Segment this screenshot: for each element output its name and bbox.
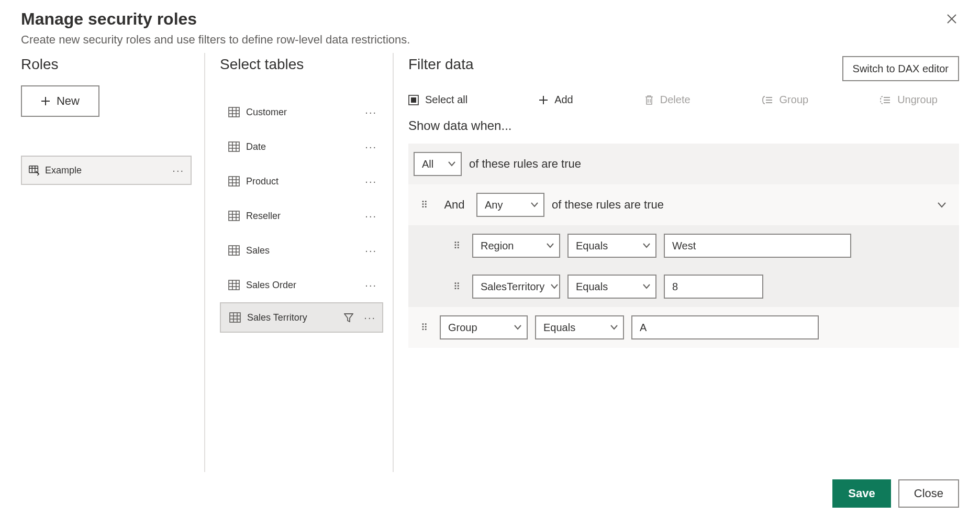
plus-icon	[539, 95, 548, 105]
more-icon[interactable]: ···	[364, 312, 376, 324]
chevron-down-icon	[643, 284, 650, 289]
select-all-button[interactable]: Select all	[408, 94, 467, 106]
table-item[interactable]: Sales Territory···	[220, 302, 383, 333]
table-item[interactable]: Reseller···	[220, 199, 383, 233]
role-icon	[28, 165, 40, 176]
group-icon	[762, 95, 773, 105]
column-select[interactable]: Group	[440, 315, 528, 339]
table-icon	[228, 107, 240, 117]
table-item-label: Customer	[246, 107, 287, 118]
svg-rect-3	[229, 177, 239, 186]
chevron-down-icon	[551, 284, 558, 289]
table-item[interactable]: Product···	[220, 164, 383, 199]
ungroup-icon	[879, 95, 891, 105]
table-icon	[228, 280, 240, 290]
and-label: And	[440, 198, 469, 212]
table-icon	[228, 245, 240, 256]
more-icon[interactable]: ···	[365, 210, 377, 222]
condition-row: ⠿SalesTerritoryEquals8	[408, 266, 959, 307]
role-item[interactable]: Example ···	[21, 156, 192, 185]
more-icon[interactable]: ···	[365, 176, 377, 188]
chevron-down-icon	[531, 202, 538, 207]
rules-true-text: of these rules are true	[469, 157, 581, 171]
svg-rect-6	[229, 280, 239, 290]
roles-heading: Roles	[21, 56, 192, 73]
role-item-label: Example	[45, 165, 82, 176]
table-icon	[228, 176, 240, 187]
close-icon[interactable]	[943, 10, 960, 27]
svg-rect-2	[229, 142, 239, 151]
close-button[interactable]: Close	[898, 479, 959, 508]
value-input[interactable]: A	[631, 315, 819, 339]
table-item-label: Reseller	[246, 211, 281, 222]
trash-icon	[644, 95, 654, 105]
table-item-label: Sales	[246, 245, 270, 256]
table-item-label: Sales Territory	[247, 312, 307, 323]
nested-group-row: ⠿ And Any of these rules are true	[408, 184, 959, 225]
more-icon[interactable]: ···	[365, 245, 377, 257]
table-item[interactable]: Customer···	[220, 95, 383, 129]
svg-rect-7	[230, 313, 240, 322]
root-rule-row: All of these rules are true	[408, 144, 959, 184]
table-item-label: Sales Order	[246, 280, 296, 291]
table-item-label: Product	[246, 176, 279, 187]
new-role-label: New	[57, 94, 80, 108]
chevron-down-icon	[547, 243, 554, 248]
svg-rect-1	[229, 107, 239, 117]
table-icon	[229, 312, 241, 323]
operator-select[interactable]: Equals	[567, 234, 656, 258]
chevron-down-icon	[643, 243, 650, 248]
svg-rect-4	[229, 211, 239, 221]
filter-icon	[344, 313, 353, 322]
drag-handle-icon[interactable]: ⠿	[421, 325, 432, 330]
dialog-title: Manage security roles	[21, 9, 959, 29]
value-input[interactable]: West	[664, 234, 851, 258]
group-button[interactable]: Group	[762, 94, 809, 106]
column-select[interactable]: SalesTerritory	[472, 275, 560, 299]
plus-icon	[41, 96, 50, 106]
svg-rect-5	[229, 246, 239, 255]
show-data-when-label: Show data when...	[408, 118, 959, 133]
select-all-icon	[408, 95, 419, 105]
more-icon[interactable]: ···	[365, 279, 377, 291]
table-item[interactable]: Sales···	[220, 233, 383, 268]
table-icon	[228, 141, 240, 152]
operator-select[interactable]: Equals	[535, 315, 624, 339]
chevron-down-icon	[448, 161, 455, 167]
value-input[interactable]: 8	[664, 275, 763, 299]
table-item[interactable]: Date···	[220, 129, 383, 164]
dialog-subtitle: Create new security roles and use filter…	[21, 33, 959, 47]
switch-dax-button[interactable]: Switch to DAX editor	[842, 56, 959, 81]
filter-heading: Filter data	[408, 56, 474, 73]
chevron-down-icon	[514, 325, 521, 330]
new-role-button[interactable]: New	[21, 85, 99, 117]
add-button[interactable]: Add	[539, 94, 573, 106]
more-icon[interactable]: ···	[365, 141, 377, 153]
drag-handle-icon[interactable]: ⠿	[453, 284, 465, 289]
collapse-icon[interactable]	[937, 202, 946, 208]
nested-quantifier-select[interactable]: Any	[476, 193, 544, 217]
operator-select[interactable]: Equals	[567, 275, 656, 299]
drag-handle-icon[interactable]: ⠿	[421, 203, 432, 207]
chevron-down-icon	[610, 325, 618, 330]
save-button[interactable]: Save	[832, 479, 890, 508]
condition-row: ⠿GroupEqualsA	[408, 307, 959, 348]
ungroup-button[interactable]: Ungroup	[879, 94, 938, 106]
svg-rect-9	[411, 97, 416, 103]
root-quantifier-select[interactable]: All	[414, 152, 462, 176]
more-icon[interactable]: ···	[365, 106, 377, 118]
delete-button[interactable]: Delete	[644, 94, 691, 106]
table-item[interactable]: Sales Order···	[220, 268, 383, 302]
table-item-label: Date	[246, 141, 266, 152]
more-icon[interactable]: ···	[172, 165, 184, 177]
condition-row: ⠿RegionEqualsWest	[408, 225, 959, 266]
drag-handle-icon[interactable]: ⠿	[453, 244, 465, 248]
table-icon	[228, 211, 240, 221]
column-select[interactable]: Region	[472, 234, 560, 258]
tables-heading: Select tables	[220, 56, 383, 73]
